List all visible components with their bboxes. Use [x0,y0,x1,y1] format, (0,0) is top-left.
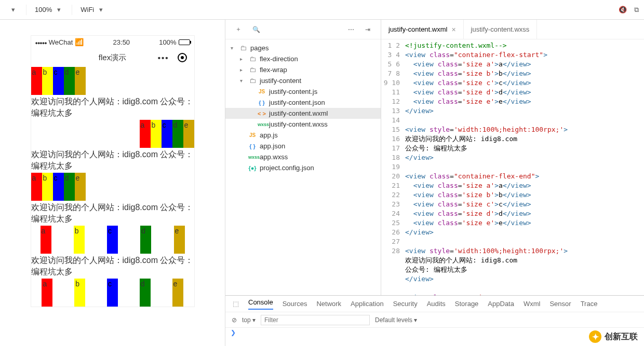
plus-icon[interactable]: ＋ [234,25,243,34]
tree-label: justify-content [260,77,301,85]
battery-pct: 100% [159,38,176,46]
chevron-icon: ▾ [231,45,236,51]
flex-box-d: d [140,226,151,254]
tree-label: justify-content.js [269,88,317,95]
chevron-icon: ▾ [240,78,245,84]
devtools-tab-sources[interactable]: Sources [283,300,307,308]
flex-box-a: a [140,120,151,148]
wifi-icon: 📶 [75,38,84,46]
caption-text: 欢迎访问我的个人网站：idig8.com 公众号：编程坑太多 [31,254,194,279]
more-icon[interactable]: ⋯ [346,25,356,34]
tree-item[interactable]: wxssjustify-content.wxss [225,119,381,130]
flex-demo-row: abcde [31,120,194,148]
code-content[interactable]: <!justify-content.wxml--> <view class="c… [405,39,644,334]
flex-box-e: e [174,226,185,254]
devtools-tab-security[interactable]: Security [393,300,418,308]
tree-item[interactable]: JSapp.js [225,130,381,141]
flex-box-b: b [74,226,85,254]
file-icon: wxss [248,155,257,160]
editor-tabs: justify-content.wxml×justify-content.wxs… [381,20,644,39]
tree-label: app.wxss [260,153,288,161]
flex-box-d: d [64,173,75,201]
collapse-icon[interactable]: ⇥ [363,25,372,34]
flex-box-d: d [140,279,151,307]
devtools-tab-audits[interactable]: Audits [427,300,446,308]
target-icon[interactable] [178,53,187,62]
flex-box-b: b [74,279,85,307]
clock: 23:50 [113,38,130,46]
signal-icon [35,38,47,46]
tab-label: justify-content.wxml [388,25,447,33]
devtools-tab-trace[interactable]: Trace [581,300,598,308]
inspect-icon[interactable]: ⬚ [233,300,239,308]
watermark-text: 创新互联 [605,331,638,342]
simulator-panel: WeChat 📶 23:50 100% flex演示 ••• abcde欢迎访问… [0,20,225,346]
tree-item[interactable]: < >justify-content.wxml [225,108,381,119]
devtools-tab-appdata[interactable]: AppData [488,300,514,308]
file-icon: 🗀 [239,44,247,52]
devtools-tab-network[interactable]: Network [316,300,341,308]
caption-text: 欢迎访问我的个人网站：idig8.com 公众号：编程坑太多 [31,148,194,173]
file-icon: {●} [248,165,257,171]
tree-item[interactable]: { }justify-content.json [225,97,381,108]
page-body: abcde欢迎访问我的个人网站：idig8.com 公众号：编程坑太多abcde… [31,67,194,307]
tree-item[interactable]: {●}project.config.json [225,162,381,173]
tree-item[interactable]: ▾🗀pages [225,43,381,53]
file-icon: 🗀 [248,66,257,74]
detach-icon[interactable]: ⧉ [632,5,641,15]
file-tree: ▾🗀pages▸🗀flex-direction▸🗀flex-wrap▾🗀just… [225,39,381,176]
flex-box-d: d [172,120,183,148]
chevron-icon: ▸ [240,56,245,62]
tab-label: justify-content.wxss [471,25,530,33]
flex-box-c: c [53,67,64,95]
zoom-value: 100% [35,6,52,13]
watermark: ✦ 创新互联 [589,330,638,343]
tree-item[interactable]: JSjustify-content.js [225,86,381,97]
caption-text: 欢迎访问我的个人网站：idig8.com 公众号：编程坑太多 [31,201,194,226]
tree-item[interactable]: wxssapp.wxss [225,151,381,162]
page-title: flex演示 [99,53,126,63]
file-icon: < > [258,110,266,117]
flex-box-a: a [31,173,42,201]
tree-label: flex-direction [260,55,298,63]
console-prompt[interactable]: ❯ [225,328,644,337]
flex-demo-row: abcde [31,67,194,95]
devtools-tab-sensor[interactable]: Sensor [549,300,571,308]
clear-icon[interactable]: ⊘ [232,316,237,324]
mute-icon[interactable]: 🔇 [618,5,627,15]
editor-tab[interactable]: justify-content.wxml× [381,20,464,39]
close-icon[interactable]: × [451,25,455,34]
flex-box-b: b [42,67,53,95]
flex-box-e: e [75,67,86,95]
search-icon[interactable]: 🔍 [251,25,261,34]
flex-box-d: d [64,67,75,95]
chevron-down-icon: ▾ [96,5,105,15]
device-dropdown[interactable]: ▾ [3,4,23,16]
devtools-tab-storage[interactable]: Storage [455,300,479,308]
tree-item[interactable]: { }app.json [225,141,381,151]
devtools-tab-application[interactable]: Application [351,300,384,308]
editor-tab[interactable]: justify-content.wxss [464,20,538,39]
flex-box-b: b [42,173,53,201]
network-value: WiFi [81,6,94,13]
more-icon[interactable]: ••• [158,53,169,62]
tree-item[interactable]: ▸🗀flex-wrap [225,64,381,75]
devtools-tab-console[interactable]: Console [248,298,273,310]
devtools-tab-wxml[interactable]: Wxml [524,300,541,308]
file-icon: JS [248,132,257,138]
zoom-dropdown[interactable]: 100%▾ [30,4,69,16]
flex-box-e: e [75,173,86,201]
file-icon: 🗀 [248,77,257,85]
tree-item[interactable]: ▸🗀flex-direction [225,53,381,64]
tree-item[interactable]: ▾🗀justify-content [225,75,381,86]
console-filter-input[interactable] [261,315,370,325]
code-area[interactable]: 1 2 3 4 5 6 7 8 9 10 11 12 13 14 15 16 1… [381,39,644,334]
file-icon: JS [258,89,266,94]
network-dropdown[interactable]: WiFi▾ [75,4,111,16]
file-icon: 🗀 [248,55,257,63]
chevron-down-icon: ▾ [8,5,18,15]
log-levels-dropdown[interactable]: Default levels ▾ [375,316,417,324]
flex-box-c: c [107,226,118,254]
context-selector[interactable]: top ▾ [242,316,256,324]
flex-box-c: c [107,279,118,307]
